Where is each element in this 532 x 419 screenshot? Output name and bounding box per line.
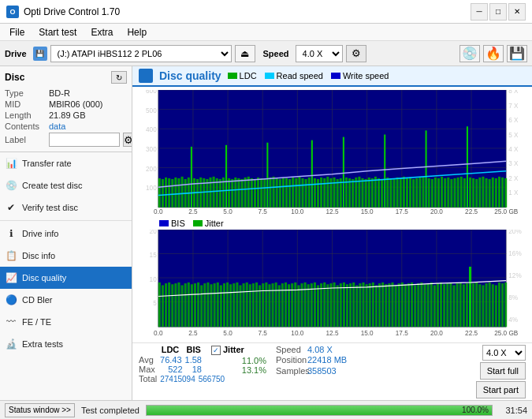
sidebar-item-verify-test-disc[interactable]: ✔ Verify test disc xyxy=(0,196,132,219)
disc-quality-icon: 📈 xyxy=(5,271,17,284)
svg-rect-71 xyxy=(323,178,326,208)
maximize-button[interactable]: □ xyxy=(489,3,507,21)
avg-label: Avg xyxy=(139,355,154,365)
minimize-button[interactable]: ─ xyxy=(471,3,488,21)
bis-header: BIS xyxy=(185,345,202,354)
drive-select[interactable]: (J:) ATAPI iHBS112 2 PL06 xyxy=(50,45,232,62)
svg-rect-239 xyxy=(378,283,381,327)
length-label: Length xyxy=(5,110,49,120)
svg-text:5.0: 5.0 xyxy=(223,208,233,215)
contents-label: Contents xyxy=(5,122,49,131)
legend-write-speed: Write speed xyxy=(331,71,389,80)
close-button[interactable]: ✕ xyxy=(508,3,526,21)
svg-rect-80 xyxy=(352,179,354,208)
menu-extra[interactable]: Extra xyxy=(84,24,119,40)
save-icon-btn[interactable]: 💾 xyxy=(507,45,527,62)
svg-rect-262 xyxy=(452,286,455,327)
svg-rect-47 xyxy=(247,177,250,208)
sidebar-item-drive-info[interactable]: ℹ Drive info xyxy=(0,223,132,245)
fe-te-icon: 〰 xyxy=(5,316,17,328)
legend-read-speed: Read speed xyxy=(265,71,323,80)
burn-icon-btn[interactable]: 🔥 xyxy=(483,45,504,62)
svg-rect-271 xyxy=(482,286,484,327)
svg-rect-178 xyxy=(181,286,184,327)
svg-rect-77 xyxy=(343,137,344,208)
svg-rect-38 xyxy=(219,179,221,208)
svg-rect-67 xyxy=(311,140,313,208)
disc-refresh-btn[interactable]: ↻ xyxy=(111,71,127,84)
svg-rect-123 xyxy=(489,179,491,208)
svg-rect-236 xyxy=(369,283,371,327)
svg-text:3 X: 3 X xyxy=(508,160,519,167)
svg-text:15.0: 15.0 xyxy=(361,328,374,337)
svg-rect-174 xyxy=(168,282,170,327)
svg-rect-249 xyxy=(411,282,413,327)
speed-select[interactable]: 4.0 X xyxy=(296,45,343,62)
svg-rect-107 xyxy=(437,178,440,208)
svg-text:16%: 16% xyxy=(508,249,522,257)
svg-rect-260 xyxy=(446,283,448,327)
menu-help[interactable]: Help xyxy=(121,24,153,40)
verify-icon: ✔ xyxy=(5,201,17,214)
svg-rect-238 xyxy=(375,286,378,327)
speed-select-bottom[interactable]: 4.0 X xyxy=(482,345,526,361)
svg-rect-218 xyxy=(311,283,313,327)
app-icon: O xyxy=(6,6,19,18)
jitter-checkbox[interactable]: ✓ xyxy=(211,346,221,355)
svg-rect-186 xyxy=(206,282,209,327)
svg-rect-128 xyxy=(504,178,507,208)
sidebar-item-extra-tests[interactable]: 🔬 Extra tests xyxy=(0,333,132,355)
settings-icon-btn[interactable]: ⚙ xyxy=(346,45,366,62)
eject-button[interactable]: ⏏ xyxy=(235,45,255,62)
svg-rect-119 xyxy=(475,179,478,208)
svg-rect-237 xyxy=(372,282,374,327)
status-window-btn[interactable]: Status window >> xyxy=(5,403,75,417)
sidebar-item-disc-info[interactable]: 📋 Disc info xyxy=(0,245,132,267)
svg-text:0.0: 0.0 xyxy=(154,328,162,337)
svg-rect-175 xyxy=(171,284,173,327)
svg-rect-176 xyxy=(174,283,177,327)
svg-rect-96 xyxy=(403,177,405,208)
sidebar-item-create-test-disc[interactable]: 💿 Create test disc xyxy=(0,174,132,196)
svg-text:12.5: 12.5 xyxy=(326,208,339,215)
svg-rect-191 xyxy=(223,283,225,327)
svg-rect-113 xyxy=(457,178,459,208)
sidebar-item-fe-te[interactable]: 〰 FE / TE xyxy=(0,311,132,333)
mid-label: MID xyxy=(5,99,49,109)
menu-start-test[interactable]: Start test xyxy=(32,24,83,40)
sidebar-item-disc-quality[interactable]: 📈 Disc quality xyxy=(0,267,132,289)
label-input[interactable] xyxy=(49,133,120,147)
menu-file[interactable]: File xyxy=(3,24,31,40)
svg-text:22.5: 22.5 xyxy=(465,328,478,337)
svg-text:4%: 4% xyxy=(508,316,518,324)
svg-text:10.0: 10.0 xyxy=(291,328,303,337)
svg-rect-69 xyxy=(317,179,319,208)
svg-text:22.5: 22.5 xyxy=(465,208,478,215)
svg-text:8 X: 8 X xyxy=(508,90,519,95)
svg-rect-90 xyxy=(384,134,385,207)
svg-rect-103 xyxy=(426,130,427,208)
svg-rect-102 xyxy=(422,177,424,208)
svg-rect-93 xyxy=(392,179,395,208)
svg-rect-180 xyxy=(188,282,190,327)
sidebar-item-transfer-rate[interactable]: 📊 Transfer rate xyxy=(0,152,132,174)
time-display: 31:54 xyxy=(499,406,527,415)
svg-rect-195 xyxy=(236,282,238,327)
media-icon-btn[interactable]: 💿 xyxy=(459,45,480,62)
svg-rect-202 xyxy=(259,286,261,327)
svg-rect-206 xyxy=(272,283,274,327)
sidebar-item-cd-bler[interactable]: 🔵 CD Bler xyxy=(0,289,132,311)
sidebar: Disc ↻ Type BD-R MID MBIR06 (000) Length… xyxy=(0,66,132,400)
svg-rect-256 xyxy=(433,286,436,327)
type-label: Type xyxy=(5,88,49,98)
svg-text:5 X: 5 X xyxy=(508,132,519,139)
svg-rect-45 xyxy=(241,179,244,208)
svg-rect-54 xyxy=(269,178,271,208)
ldc-avg: 76.43 xyxy=(158,355,181,365)
start-full-btn[interactable]: Start full xyxy=(480,362,526,380)
svg-rect-223 xyxy=(326,284,329,327)
svg-rect-50 xyxy=(257,178,259,208)
svg-rect-84 xyxy=(365,179,367,208)
start-part-btn[interactable]: Start part xyxy=(476,381,526,398)
label-settings-btn[interactable]: ⚙ xyxy=(123,133,132,147)
